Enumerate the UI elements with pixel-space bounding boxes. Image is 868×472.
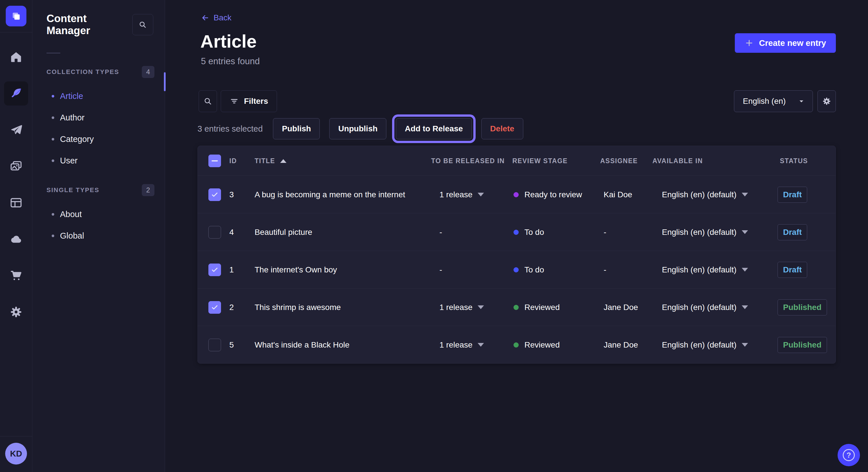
sidebar-item-category[interactable]: Category xyxy=(33,129,165,150)
sidebar-item-global[interactable]: Global xyxy=(33,225,165,247)
cell-available-in[interactable]: English (en) (default) xyxy=(662,289,748,326)
cell-available-in[interactable]: English (en) (default) xyxy=(662,176,748,213)
locale-value: English (en) xyxy=(743,97,786,106)
user-avatar[interactable]: KD xyxy=(5,443,27,465)
gear-icon xyxy=(822,97,831,106)
collection-types-section: COLLECTION TYPES 4 Article Author Catego… xyxy=(33,66,165,171)
column-header-assignee[interactable]: ASSIGNEE xyxy=(600,146,638,176)
chevron-down-icon xyxy=(742,230,748,234)
publish-button[interactable]: Publish xyxy=(273,118,320,139)
locale-select[interactable]: English (en) xyxy=(734,90,813,112)
sidebar-item-label: Global xyxy=(60,231,84,241)
column-header-available-in[interactable]: AVAILABLE IN xyxy=(652,146,703,176)
view-settings-button[interactable] xyxy=(817,90,836,112)
filters-button[interactable]: Filters xyxy=(221,90,277,112)
sidebar-item-author[interactable]: Author xyxy=(33,107,165,129)
row-select-cell xyxy=(208,326,221,364)
row-select-cell xyxy=(208,289,221,326)
row-checkbox[interactable] xyxy=(208,226,221,239)
column-header-title[interactable]: TITLE xyxy=(255,146,286,176)
chevron-down-icon xyxy=(742,343,748,347)
release-text: - xyxy=(439,228,442,237)
cell-id: 3 xyxy=(229,176,234,213)
release-send-icon[interactable] xyxy=(4,118,28,142)
cell-review-stage: To do xyxy=(514,213,544,251)
sidebar-item-label: User xyxy=(60,156,78,165)
table-row: 3 A bug is becoming a meme on the intern… xyxy=(198,176,836,213)
chevron-down-icon xyxy=(742,305,748,309)
table-row: 5 What's inside a Black Hole 1 release R… xyxy=(198,326,836,364)
create-new-entry-button[interactable]: Create new entry xyxy=(735,33,836,53)
cloud-icon[interactable] xyxy=(4,227,28,251)
back-link[interactable]: Back xyxy=(201,13,231,22)
nav-rail: KD xyxy=(0,0,32,472)
bullet-icon xyxy=(52,138,54,140)
cell-id: 5 xyxy=(229,326,234,364)
cell-release[interactable]: 1 release xyxy=(439,289,484,326)
cell-available-in[interactable]: English (en) (default) xyxy=(662,326,748,364)
available-text: English (en) (default) xyxy=(662,190,737,199)
marketplace-cart-icon[interactable] xyxy=(4,264,28,288)
home-icon[interactable] xyxy=(4,45,28,69)
add-to-release-button[interactable]: Add to Release xyxy=(396,118,472,139)
sidebar-item-label: Category xyxy=(60,134,94,144)
row-checkbox[interactable] xyxy=(208,264,221,276)
column-header-review-stage[interactable]: REVIEW STAGE xyxy=(513,146,568,176)
bullet-icon xyxy=(52,95,54,98)
available-text: English (en) (default) xyxy=(662,340,737,349)
column-header-status[interactable]: STATUS xyxy=(780,146,808,176)
search-icon xyxy=(203,97,212,106)
bullet-icon xyxy=(52,213,54,216)
main-content: Back Article 5 entries found Create new … xyxy=(165,0,868,472)
row-checkbox[interactable] xyxy=(208,301,221,314)
create-button-label: Create new entry xyxy=(759,38,826,48)
release-text: 1 release xyxy=(439,303,472,312)
cell-status: Draft xyxy=(778,251,807,289)
settings-gear-icon[interactable] xyxy=(4,300,28,324)
sidebar-item-article[interactable]: Article xyxy=(33,86,165,107)
column-header-id[interactable]: ID xyxy=(229,146,237,176)
cell-release[interactable]: - xyxy=(439,213,442,251)
chevron-down-icon xyxy=(742,193,748,196)
unpublish-button[interactable]: Unpublish xyxy=(329,118,386,139)
content-type-builder-icon[interactable] xyxy=(4,191,28,215)
rail-footer: KD xyxy=(0,436,32,472)
sidebar-search-button[interactable] xyxy=(132,14,153,35)
chevron-down-icon xyxy=(477,343,484,347)
strapi-logo-icon[interactable] xyxy=(6,6,26,26)
content-manager-feather-icon[interactable] xyxy=(4,81,28,105)
sidebar-item-about[interactable]: About xyxy=(33,204,165,225)
cell-release[interactable]: 1 release xyxy=(439,326,484,364)
help-button[interactable]: ? xyxy=(838,444,860,466)
cell-id: 1 xyxy=(229,251,234,289)
single-types-count: 2 xyxy=(142,184,154,196)
select-all-checkbox[interactable] xyxy=(208,155,221,167)
column-header-release[interactable]: TO BE RELEASED IN xyxy=(431,146,505,176)
table-row: 2 This shrimp is awesome 1 release Revie… xyxy=(198,289,836,326)
check-icon xyxy=(211,191,219,199)
cell-assignee: - xyxy=(603,251,606,289)
row-checkbox[interactable] xyxy=(208,189,221,201)
cell-review-stage: To do xyxy=(514,251,544,289)
selection-count: 3 entries selected xyxy=(197,124,262,134)
cell-available-in[interactable]: English (en) (default) xyxy=(662,251,748,289)
cell-id: 2 xyxy=(229,289,234,326)
chevron-down-icon xyxy=(798,98,805,105)
row-select-cell xyxy=(208,251,221,289)
release-text: 1 release xyxy=(439,340,472,349)
cell-available-in[interactable]: English (en) (default) xyxy=(662,213,748,251)
cell-review-stage: Reviewed xyxy=(514,289,560,326)
cell-release[interactable]: - xyxy=(439,251,442,289)
delete-button[interactable]: Delete xyxy=(482,118,523,139)
cell-release[interactable]: 1 release xyxy=(439,176,484,213)
row-select-cell xyxy=(208,213,221,251)
sidebar-title: Content Manager xyxy=(46,12,132,37)
strapi-mark xyxy=(10,10,22,22)
search-button[interactable] xyxy=(198,90,217,112)
media-library-icon[interactable] xyxy=(4,154,28,178)
collection-types-count: 4 xyxy=(142,66,154,78)
plus-icon xyxy=(745,38,754,47)
row-checkbox[interactable] xyxy=(208,339,221,351)
sidebar-item-user[interactable]: User xyxy=(33,150,165,171)
chevron-down-icon xyxy=(742,268,748,272)
